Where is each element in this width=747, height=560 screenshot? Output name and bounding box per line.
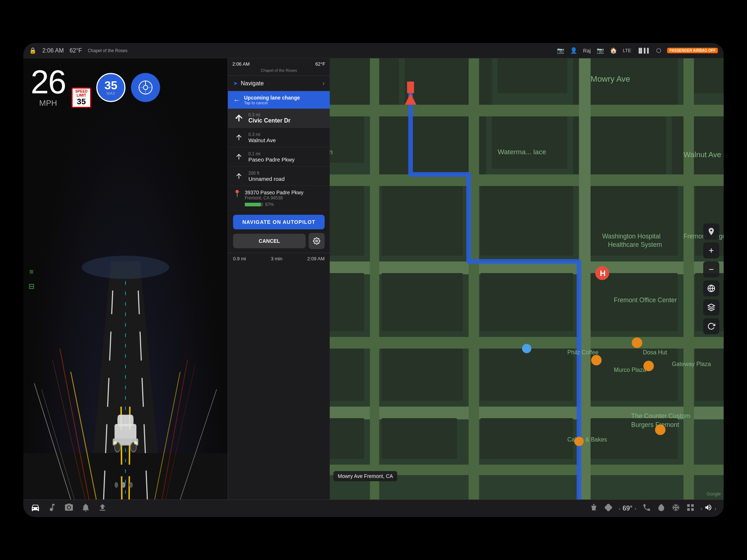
- trip-arrival: 2:09 AM: [307, 256, 325, 261]
- map-svg: Mowry Ave Walnut Ave Waterma... lace Fus…: [330, 58, 724, 499]
- svg-rect-83: [591, 349, 678, 401]
- volume-icon[interactable]: [704, 503, 712, 514]
- svg-rect-68: [382, 186, 463, 256]
- bluetooth-icon[interactable]: ⬡: [656, 47, 661, 54]
- road-svg: [23, 58, 228, 499]
- dest-city: Fremont, CA 94538: [245, 195, 325, 201]
- camera-icon[interactable]: 📷: [557, 47, 564, 54]
- svg-rect-88: [382, 418, 457, 459]
- trip-time: 3 min: [271, 256, 282, 261]
- zoom-out-button[interactable]: −: [703, 261, 719, 277]
- lane-change-title: Upcoming lane change: [244, 95, 325, 101]
- signal-bars: ▐▌▌▌: [637, 48, 650, 53]
- svg-rect-81: [382, 349, 463, 401]
- home-icon[interactable]: 🏠: [610, 47, 617, 54]
- svg-point-118: [643, 361, 654, 371]
- grid-icon[interactable]: [686, 503, 695, 514]
- refresh-button[interactable]: [703, 318, 719, 334]
- volume-control[interactable]: ‹ ›: [701, 503, 716, 514]
- direction-item-1[interactable]: 0.3 mi Walnut Ave: [228, 128, 330, 147]
- volume-right-arrow[interactable]: ›: [715, 506, 716, 512]
- svg-text:The Counter Custom: The Counter Custom: [631, 412, 690, 420]
- speed-number: 26: [31, 66, 66, 98]
- zoom-in-button[interactable]: +: [703, 242, 719, 258]
- navigate-row[interactable]: ➤ Navigate ›: [228, 76, 330, 91]
- direction-info-0: 0.3 mi Civic Center Dr: [248, 112, 325, 124]
- heat-icon[interactable]: [657, 503, 666, 514]
- seat-icon[interactable]: [589, 503, 598, 514]
- google-watermark: Google: [707, 491, 721, 497]
- volume-left-arrow[interactable]: ‹: [701, 506, 703, 512]
- direction-icon-0: [233, 112, 245, 124]
- temp-right-arrow[interactable]: ›: [635, 506, 636, 512]
- map-bottom-label: Mowry Ave Fremont, CA: [333, 471, 397, 481]
- svg-point-120: [574, 437, 584, 446]
- destination-item[interactable]: 📍 39370 Paseo Padre Pkwy Fremont, CA 945…: [228, 186, 330, 211]
- music-icon[interactable]: [47, 503, 57, 514]
- speed-overlay: 26 MPH 35 MAX: [31, 66, 91, 108]
- autopilot-button[interactable]: NAVIGATE ON AUTOPILOT: [233, 215, 325, 229]
- camera-icon[interactable]: [64, 503, 74, 514]
- user-icon: 👤: [570, 47, 577, 54]
- layers-button[interactable]: [703, 299, 719, 315]
- svg-text:Fremont Office Center: Fremont Office Center: [614, 296, 677, 304]
- user-name: Raj: [583, 48, 591, 54]
- direction-info-2: 0.1 mi Paseo Padre Pkwy: [248, 151, 325, 163]
- lane-change-banner[interactable]: ← Upcoming lane change Tap to cancel: [228, 91, 330, 109]
- direction-info-1: 0.3 mi Walnut Ave: [248, 132, 325, 143]
- direction-item-2[interactable]: 0.1 mi Paseo Padre Pkwy: [228, 147, 330, 167]
- sign-speed: 35: [73, 97, 89, 106]
- trip-distance: 0.9 mi: [233, 256, 246, 261]
- cancel-button[interactable]: CANCEL: [233, 234, 306, 248]
- upload-icon[interactable]: [98, 503, 107, 514]
- svg-point-117: [591, 355, 602, 366]
- globe-button[interactable]: [703, 280, 719, 296]
- svg-rect-64: [684, 58, 694, 499]
- map-panel[interactable]: Mowry Ave Walnut Ave Waterma... lace Fus…: [330, 58, 724, 499]
- nav-chevron-icon: ›: [322, 79, 325, 87]
- svg-rect-132: [687, 508, 690, 511]
- svg-rect-74: [330, 273, 364, 331]
- recenter-button[interactable]: [703, 223, 719, 240]
- status-bar: ‹ 69° ›: [23, 499, 724, 517]
- nav-time: 2:06 AM: [232, 61, 250, 67]
- temp-left-arrow[interactable]: ‹: [619, 506, 620, 512]
- navigate-label: ➤ Navigate: [233, 80, 264, 87]
- dest-address: 39370 Paseo Padre Pkwy: [245, 190, 325, 195]
- left-side-icons: ≡ ⊟: [26, 267, 36, 291]
- alert-icon[interactable]: [81, 503, 90, 514]
- svg-rect-87: [330, 418, 364, 459]
- direction-dist-1: 0.3 mi: [248, 132, 325, 137]
- svg-rect-80: [330, 349, 364, 401]
- autopilot-icon: ≡: [26, 267, 36, 277]
- lane-icon: ⊟: [26, 281, 36, 291]
- autopilot-visualization: [23, 58, 228, 499]
- lock-icon: 🔒: [29, 47, 36, 54]
- svg-text:Burgers Fremont: Burgers Fremont: [631, 421, 679, 428]
- direction-street-1: Walnut Ave: [248, 137, 325, 143]
- speed-limit-number: 35: [104, 79, 117, 91]
- svg-point-1: [143, 85, 148, 90]
- defrost-icon[interactable]: [671, 503, 680, 514]
- direction-item-3[interactable]: 200 ft Unnamed road: [228, 167, 330, 186]
- top-status-bar: 🔒 2:06 AM 62°F Chapel of the Roses 📷 👤 R…: [23, 43, 724, 58]
- svg-rect-50: [492, 116, 567, 168]
- dest-icon-row: 📍 39370 Paseo Padre Pkwy Fremont, CA 945…: [233, 190, 325, 207]
- destination-pin-icon: 📍: [233, 190, 241, 207]
- speed-limit-circle: 35 MAX: [96, 73, 125, 102]
- dashcam-icon[interactable]: 📷: [597, 47, 604, 54]
- svg-point-127: [68, 506, 70, 509]
- svg-marker-126: [708, 304, 715, 307]
- svg-rect-55: [330, 174, 724, 186]
- svg-point-121: [655, 425, 666, 435]
- temperature-control[interactable]: ‹ 69° ›: [619, 505, 636, 512]
- settings-button[interactable]: [309, 233, 325, 249]
- svg-text:H: H: [600, 269, 606, 278]
- location-display: Chapel of the Roses: [88, 48, 128, 53]
- navigate-text: Navigate: [241, 80, 264, 87]
- navigate-icon: ➤: [233, 80, 238, 87]
- direction-item-0[interactable]: 0.3 mi Civic Center Dr: [228, 109, 330, 128]
- fan-icon[interactable]: [604, 503, 613, 514]
- phone-icon[interactable]: [642, 503, 651, 514]
- car-icon[interactable]: [31, 503, 40, 514]
